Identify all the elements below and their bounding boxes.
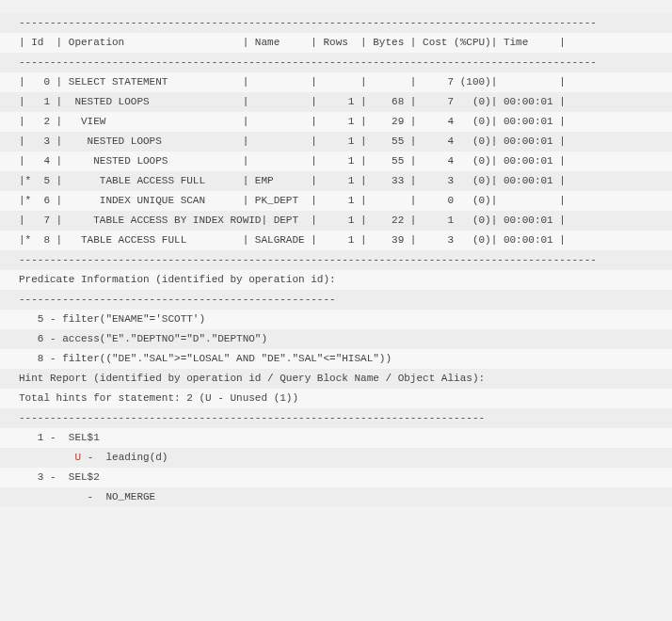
plan-divider-header: ----------------------------------------… bbox=[0, 53, 672, 72]
predicate-title: Predicate Information (identified by ope… bbox=[0, 270, 672, 290]
explain-plan-output: ----------------------------------------… bbox=[0, 0, 672, 513]
plan-row: | 1 | NESTED LOOPS | | 1 | 68 | 7 (0)| 0… bbox=[0, 92, 672, 112]
hint-report-divider: ----------------------------------------… bbox=[0, 408, 672, 428]
predicate-divider: ----------------------------------------… bbox=[0, 290, 672, 310]
plan-row: |* 6 | INDEX UNIQUE SCAN | PK_DEPT | 1 |… bbox=[0, 191, 672, 211]
hint-entry: - NO_MERGE bbox=[0, 487, 672, 507]
hint-entry-indent bbox=[19, 452, 74, 463]
predicate-item: 5 - filter("ENAME"='SCOTT') bbox=[0, 310, 672, 329]
plan-row: | 0 | SELECT STATEMENT | | | | 7 (100)| … bbox=[0, 72, 672, 92]
plan-divider-bottom: ----------------------------------------… bbox=[0, 250, 672, 270]
hint-entry: U - leading(d) bbox=[0, 448, 672, 468]
plan-row: | 4 | NESTED LOOPS | | 1 | 55 | 4 (0)| 0… bbox=[0, 151, 672, 171]
plan-divider-top: ----------------------------------------… bbox=[0, 13, 672, 33]
predicate-item: 6 - access("E"."DEPTNO"="D"."DEPTNO") bbox=[0, 329, 672, 349]
plan-row: | 3 | NESTED LOOPS | | 1 | 55 | 4 (0)| 0… bbox=[0, 132, 672, 151]
hint-block-id: 3 - SEL$2 bbox=[0, 468, 672, 487]
plan-row: |* 8 | TABLE ACCESS FULL | SALGRADE | 1 … bbox=[0, 231, 672, 250]
plan-row: | 7 | TABLE ACCESS BY INDEX ROWID| DEPT … bbox=[0, 211, 672, 231]
hint-report-title: Hint Report (identified by operation id … bbox=[0, 369, 672, 389]
hint-entry-text: - leading(d) bbox=[81, 452, 168, 463]
plan-row: |* 5 | TABLE ACCESS FULL | EMP | 1 | 33 … bbox=[0, 171, 672, 191]
hint-block-id: 1 - SEL$1 bbox=[0, 428, 672, 448]
predicate-item: 8 - filter(("DE"."SAL">="LOSAL" AND "DE"… bbox=[0, 349, 672, 369]
plan-row: | 2 | VIEW | | 1 | 29 | 4 (0)| 00:00:01 … bbox=[0, 112, 672, 132]
hint-report-summary: Total hints for statement: 2 (U - Unused… bbox=[0, 389, 672, 408]
plan-header: | Id | Operation | Name | Rows | Bytes |… bbox=[0, 33, 672, 53]
